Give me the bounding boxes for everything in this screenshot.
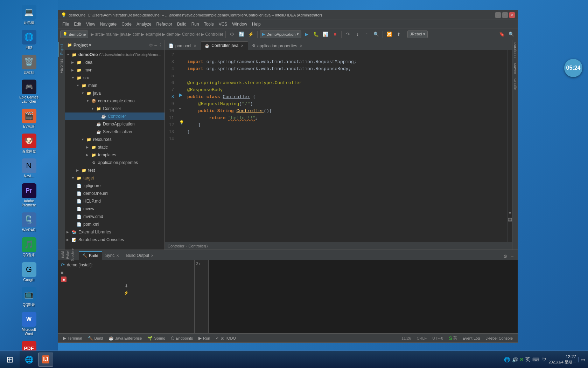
toolbar-step-in[interactable]: ↓ bbox=[353, 30, 362, 39]
tree-demoapplication[interactable]: ▶ ☕ DemoApplication bbox=[65, 120, 164, 128]
desktop-icon-premiere[interactable]: Pr Adobe Premiere bbox=[16, 182, 42, 209]
bottom-tab-build-output[interactable]: Build Output ✕ bbox=[122, 251, 157, 260]
status-terminal-btn[interactable]: ▶ Terminal bbox=[61, 335, 84, 341]
stop-button[interactable]: ■ bbox=[331, 30, 339, 39]
sound-systray-icon[interactable]: 🔊 bbox=[512, 357, 518, 362]
desktop-icon-computer[interactable]: 💻 此电脑 bbox=[16, 4, 42, 26]
menu-help[interactable]: Help bbox=[250, 21, 263, 27]
antivirus-icon[interactable]: 🛡 bbox=[541, 357, 546, 362]
vtab-favorites[interactable]: Favorites bbox=[59, 57, 64, 75]
tree-help[interactable]: ▶ 📄 HELP.md bbox=[65, 197, 164, 205]
desktop-icon-network[interactable]: 🌐 网络 bbox=[16, 28, 42, 51]
tab-controller[interactable]: ☕ Controller.java ✕ bbox=[201, 41, 248, 50]
desktop-icon-goog[interactable]: G Google bbox=[16, 261, 42, 284]
right-vtab-database[interactable]: Database bbox=[513, 40, 517, 61]
tree-mvn[interactable]: ▶ 📁 .mvn bbox=[65, 66, 164, 74]
tab-pom[interactable]: 📄 pom.xml ✕ bbox=[165, 41, 201, 50]
lightbulb-icon[interactable]: 💡 bbox=[179, 120, 184, 125]
show-desktop-btn[interactable]: ▭ bbox=[578, 357, 585, 362]
status-jrebel-console-btn[interactable]: JRebel Console bbox=[483, 335, 515, 341]
desktop-icon-epic[interactable]: 🎮 Epic Games Launcher bbox=[16, 78, 42, 105]
tree-idea[interactable]: ▶ 📁 .idea bbox=[65, 59, 164, 66]
tree-external-libs[interactable]: ▶ 📚 External Libraries bbox=[65, 228, 164, 236]
tree-mvnw[interactable]: ▶ 📄 mvnw bbox=[65, 205, 164, 213]
desktop-icon-winrar[interactable]: 🗜️ WinRAR bbox=[16, 211, 42, 234]
toolbar-search[interactable]: 🔍 bbox=[372, 30, 380, 39]
status-endpoints-btn[interactable]: ⬡ Endpoints bbox=[169, 335, 195, 341]
taskbar-start-button[interactable]: ⊞ bbox=[0, 351, 20, 368]
tree-iml[interactable]: ▶ 📄 demoOne.iml bbox=[65, 190, 164, 197]
desktop-icon-ev[interactable]: 🎬 EV录屏 bbox=[16, 107, 42, 130]
menu-file[interactable]: File bbox=[60, 21, 71, 27]
status-todo-btn[interactable]: ✓ 6: TODO bbox=[214, 335, 238, 341]
menu-window[interactable]: Window bbox=[230, 21, 249, 27]
debug-button[interactable]: 🐛 bbox=[312, 30, 320, 39]
menu-code[interactable]: Code bbox=[119, 21, 134, 27]
ime-eng-icon[interactable]: 英 bbox=[525, 356, 530, 363]
build-scroll-down-btn[interactable]: ⬇ bbox=[59, 283, 193, 289]
status-run-btn[interactable]: ▶ Run bbox=[196, 335, 212, 341]
vtab-project[interactable]: Project bbox=[58, 42, 64, 57]
toolbar-step-out[interactable]: ↑ bbox=[363, 30, 371, 39]
sync-tab-close[interactable]: ✕ bbox=[116, 254, 119, 258]
bottom-tab-build[interactable]: 🔨 Build bbox=[79, 251, 102, 260]
fold-icon-10[interactable]: – bbox=[179, 106, 181, 110]
toolbar-sync[interactable]: 🔄 bbox=[237, 30, 246, 39]
tree-controller-file[interactable]: ▶ ☕ Controller bbox=[65, 113, 164, 120]
tree-servlet[interactable]: ▶ ☕ ServletInitializer bbox=[65, 128, 164, 136]
project-collapse-icon[interactable]: – bbox=[154, 43, 157, 48]
bottom-tab-sync[interactable]: Sync ✕ bbox=[102, 251, 123, 260]
status-build-btn[interactable]: 🔨 Build bbox=[86, 335, 105, 341]
menu-view[interactable]: View bbox=[84, 21, 97, 27]
taskbar-intellij[interactable]: IJ bbox=[38, 353, 53, 367]
desktop-icon-word[interactable]: W Microsoft Word bbox=[16, 311, 42, 338]
desktop-icon-qq-music[interactable]: 🎵 QQ音乐 bbox=[16, 236, 42, 259]
code-editor[interactable]: 2 3 4 5 6 7 8 9 10 11 12 13 14 ▶ bbox=[165, 50, 512, 242]
ime-systray-icon[interactable]: S bbox=[520, 357, 523, 362]
status-charset[interactable]: UTF-8 bbox=[430, 336, 445, 340]
tab-properties-close[interactable]: ✕ bbox=[299, 43, 303, 48]
toolbar-vcs[interactable]: 🔀 bbox=[385, 30, 393, 39]
menu-analyze[interactable]: Analyze bbox=[134, 21, 154, 27]
build-filters-btn[interactable]: ⚡ bbox=[59, 290, 193, 296]
project-settings-icon[interactable]: ⚙ bbox=[149, 43, 153, 48]
tree-mvnw-cmd[interactable]: ▶ 📄 mvnw.cmd bbox=[65, 213, 164, 220]
toolbar-step-over[interactable]: ↷ bbox=[344, 30, 352, 39]
maximize-button[interactable]: □ bbox=[502, 12, 508, 18]
tree-root[interactable]: ▼ 📁 demoOne C:\Users\Administrator\Deskt… bbox=[65, 51, 164, 59]
tree-controller-folder[interactable]: ▼ 📁 Controller bbox=[65, 105, 164, 113]
menu-navigate[interactable]: Navigate bbox=[98, 21, 119, 27]
status-crlf[interactable]: CRLF bbox=[415, 336, 429, 340]
breadcrumb-controller[interactable]: Controller bbox=[168, 244, 184, 248]
toolbar-config[interactable]: ⚡ bbox=[247, 30, 255, 39]
status-java-enterprise-btn[interactable]: ☕ Java Enterprise bbox=[106, 335, 144, 341]
tree-static[interactable]: ▶ 📁 static bbox=[65, 143, 164, 151]
menu-refactor[interactable]: Refactor bbox=[154, 21, 174, 27]
system-clock[interactable]: 12:27 2021/1/4 星期一 bbox=[548, 354, 576, 365]
build-stop-red-btn[interactable]: ■ bbox=[61, 277, 66, 282]
tab-controller-close[interactable]: ✕ bbox=[240, 43, 244, 48]
run-with-coverage[interactable]: 📊 bbox=[321, 30, 330, 39]
right-vtab-gradle[interactable]: Gradle bbox=[513, 76, 517, 92]
tree-src[interactable]: ▼ 📁 src bbox=[65, 74, 164, 82]
tree-templates[interactable]: ▶ 📁 templates bbox=[65, 151, 164, 159]
timer-badge[interactable]: 05:24 bbox=[564, 59, 582, 77]
menu-edit[interactable]: Edit bbox=[72, 21, 83, 27]
tree-resources[interactable]: ▼ 📁 resources bbox=[65, 136, 164, 143]
minimize-button[interactable]: ─ bbox=[495, 12, 501, 18]
project-gear-icon[interactable]: ⋮ bbox=[158, 43, 162, 48]
bottom-vtab-rebel[interactable]: Rebel bbox=[65, 249, 70, 260]
tree-main[interactable]: ▼ 📁 main bbox=[65, 82, 164, 89]
jrebel-dropdown[interactable]: JRebel ▾ bbox=[407, 30, 427, 38]
desktop-icon-qq-video[interactable]: 📺 QQ影音 bbox=[16, 286, 42, 308]
tree-test[interactable]: ▶ 📁 test bbox=[65, 166, 164, 174]
build-output-tab-close[interactable]: ✕ bbox=[151, 254, 154, 258]
tree-app-properties[interactable]: ▶ ⚙ application.properties bbox=[65, 159, 164, 166]
tree-gitignore[interactable]: ▶ 📄 .gitignore bbox=[65, 182, 164, 190]
code-content[interactable]: import org.springframework.web.bind.anno… bbox=[184, 50, 507, 242]
toolbar-settings[interactable]: ⚙ bbox=[228, 30, 236, 39]
taskbar-chrome[interactable]: 🌐 bbox=[21, 353, 37, 367]
menu-tools[interactable]: Tools bbox=[202, 21, 216, 27]
project-tree[interactable]: ▼ 📁 demoOne C:\Users\Administrator\Deskt… bbox=[65, 50, 164, 250]
desktop-icon-baidu[interactable]: 🐶 百度网盘 bbox=[16, 132, 42, 155]
